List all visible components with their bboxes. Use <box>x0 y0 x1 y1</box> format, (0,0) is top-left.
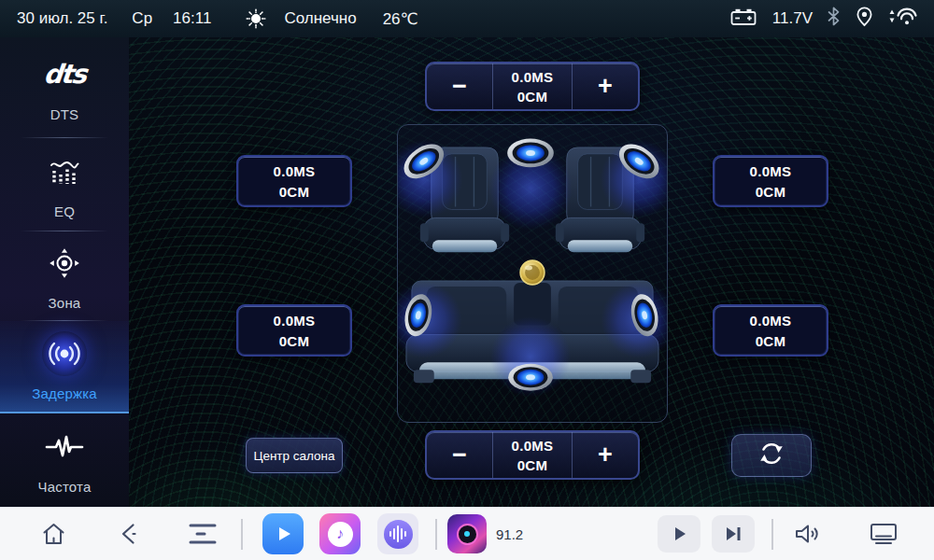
front-delay-ms: 0.0MS <box>512 67 554 87</box>
sidebar-item-zone[interactable]: Зона <box>0 231 129 321</box>
status-weather: Солнечно <box>284 9 356 28</box>
dts-logo-icon: dts <box>42 62 86 88</box>
bluetooth-icon <box>827 7 841 31</box>
radio-app-icon <box>447 514 487 553</box>
eq-icon <box>47 150 82 193</box>
status-date: 30 июл. 25 г. <box>17 9 107 28</box>
rear-delay-value: 0.0MS 0CM <box>492 432 573 478</box>
sidebar-item-delay[interactable]: Задержка <box>0 321 129 413</box>
music-app-button[interactable]: ♪ <box>319 513 361 554</box>
frequency-icon <box>45 426 84 469</box>
rear-delay-stepper: − 0.0MS 0CM + <box>425 430 640 480</box>
sidebar-item-label: Частота <box>38 479 92 495</box>
rear-delay-ms: 0.0MS <box>512 436 554 455</box>
rear-delay-minus-button[interactable]: − <box>427 432 492 478</box>
video-app-button[interactable] <box>262 513 304 554</box>
rear-delay-plus-button[interactable]: + <box>573 432 638 478</box>
front-right-cm: 0CM <box>756 184 786 200</box>
sidebar-item-dts[interactable]: dts DTS <box>0 37 129 138</box>
play-button[interactable] <box>658 515 700 553</box>
status-time: 16:11 <box>173 9 211 28</box>
front-delay-minus-button[interactable]: − <box>427 63 492 109</box>
rear-center-speaker <box>508 364 553 391</box>
front-left-delay-panel[interactable]: 0.0MS 0CM <box>236 155 352 207</box>
dock-divider <box>771 519 773 550</box>
head-unit-screen: 30 июл. 25 г. Ср 16:11 Солнечно 26℃ <box>0 0 934 560</box>
home-button[interactable] <box>40 521 67 547</box>
sidebar-item-eq[interactable]: EQ <box>0 138 129 231</box>
sidebar-item-label: DTS <box>50 106 79 122</box>
front-left-cm: 0CM <box>279 184 310 200</box>
front-right-delay-panel[interactable]: 0.0MS 0CM <box>713 155 828 207</box>
rear-left-delay-panel[interactable]: 0.0MS 0CM <box>236 304 352 357</box>
status-day: Ср <box>132 9 152 28</box>
rear-left-ms: 0.0MS <box>274 313 316 329</box>
voice-assistant-icon <box>377 513 418 554</box>
rear-right-delay-panel[interactable]: 0.0MS 0CM <box>713 304 828 357</box>
sidebar-item-label: Зона <box>49 295 81 311</box>
recents-button[interactable] <box>189 522 217 546</box>
location-icon <box>855 6 874 32</box>
video-app-icon <box>262 513 304 554</box>
status-bar: 30 июл. 25 г. Ср 16:11 Солнечно 26℃ <box>0 0 934 37</box>
screen-off-button[interactable] <box>869 522 899 546</box>
music-app-icon: ♪ <box>319 513 361 554</box>
reset-delays-button[interactable] <box>731 434 812 477</box>
battery-voltage: 11.7V <box>772 9 813 28</box>
front-delay-stepper: − 0.0MS 0CM + <box>425 62 640 111</box>
front-delay-plus-button[interactable]: + <box>573 63 638 109</box>
delay-icon <box>42 331 87 376</box>
sidebar-item-frequency[interactable]: Частота <box>0 413 129 507</box>
listening-position-marker <box>520 260 545 285</box>
wifi-icon <box>888 7 917 31</box>
car-speaker-visualization <box>397 124 668 423</box>
sidebar-item-label: EQ <box>54 203 75 219</box>
sidebar: dts DTS EQ <box>0 37 129 507</box>
front-center-speaker <box>507 139 554 168</box>
sidebar-item-label: Задержка <box>32 385 97 401</box>
front-right-ms: 0.0MS <box>750 163 792 179</box>
listening-position-button[interactable]: Центр салона <box>246 438 343 473</box>
sun-icon <box>245 7 267 30</box>
battery-icon <box>730 7 758 32</box>
rear-left-cm: 0CM <box>279 333 310 349</box>
radio-app-button[interactable] <box>447 514 487 553</box>
rear-right-cm: 0CM <box>756 333 786 349</box>
rear-delay-cm: 0CM <box>517 455 548 475</box>
status-temperature: 26℃ <box>383 9 418 29</box>
radio-frequency-label: 91.2 <box>496 526 523 542</box>
voice-app-button[interactable] <box>377 513 418 554</box>
navigation-dock: ♪ 91.2 <box>0 507 934 560</box>
zone-icon <box>47 242 82 285</box>
back-button[interactable] <box>118 521 139 547</box>
front-delay-cm: 0CM <box>517 87 548 106</box>
dock-divider <box>435 519 437 550</box>
front-delay-value: 0.0MS 0CM <box>492 63 573 109</box>
next-track-button[interactable] <box>712 515 755 553</box>
dock-divider <box>241 519 243 550</box>
front-left-ms: 0.0MS <box>274 163 316 179</box>
refresh-icon <box>757 440 785 471</box>
rear-right-ms: 0.0MS <box>750 313 792 329</box>
volume-button[interactable] <box>793 521 823 547</box>
